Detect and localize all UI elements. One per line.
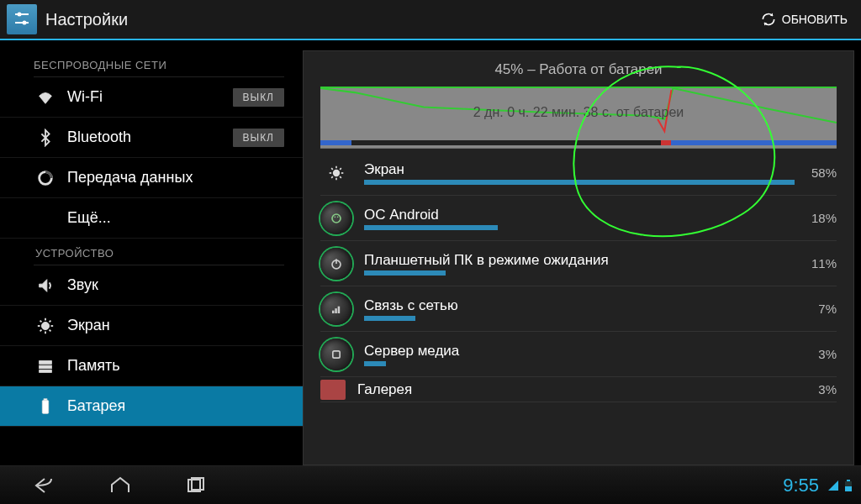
storage-icon — [34, 354, 57, 378]
usage-item-screen[interactable]: Экран 58% — [320, 150, 837, 196]
usage-bar — [364, 361, 386, 366]
sidebar-item-bluetooth[interactable]: Bluetooth ВЫКЛ — [0, 118, 303, 158]
svg-rect-14 — [40, 360, 52, 364]
svg-rect-36 — [338, 306, 341, 312]
battery-icon — [34, 395, 57, 418]
section-wireless: БЕСПРОВОДНЫЕ СЕТИ — [0, 50, 303, 76]
sidebar-item-label: Память — [67, 357, 284, 375]
svg-point-29 — [332, 214, 341, 223]
svg-line-26 — [340, 176, 341, 178]
battery-graph-strip — [320, 140, 837, 145]
usage-name: Планшетный ПК в режиме ожидания — [364, 252, 795, 269]
svg-line-13 — [40, 329, 42, 331]
svg-line-12 — [50, 320, 51, 322]
battery-summary: 45% – Работа от батареи — [304, 51, 853, 87]
brightness-icon — [320, 157, 352, 189]
sidebar-item-wifi[interactable]: Wi-Fi ВЫКЛ — [0, 77, 303, 118]
usage-item-idle[interactable]: Планшетный ПК в режиме ожидания 11% — [320, 241, 837, 286]
svg-point-5 — [41, 322, 49, 329]
signal-status-icon — [827, 480, 839, 491]
svg-point-1 — [18, 13, 22, 17]
sidebar-item-label: Звук — [67, 276, 284, 294]
usage-name: Галерея — [357, 381, 795, 398]
svg-rect-41 — [845, 486, 852, 491]
sidebar-item-label: Wi-Fi — [67, 88, 233, 106]
sidebar-item-label: Экран — [67, 317, 284, 334]
battery-graph-time: 2 дн. 0 ч. 22 мин. 38 с. от батареи — [320, 105, 837, 120]
usage-pct: 58% — [806, 165, 837, 180]
status-icons[interactable] — [827, 480, 854, 491]
svg-line-27 — [340, 168, 341, 170]
signal-icon — [320, 293, 352, 325]
battery-usage-list: Экран 58% ОС Android 18% — [304, 150, 853, 402]
home-button[interactable] — [82, 466, 158, 504]
usage-item-android-os[interactable]: ОС Android 18% — [320, 196, 837, 241]
usage-name: Связь с сетью — [364, 297, 795, 314]
media-icon — [320, 339, 352, 370]
svg-rect-35 — [335, 308, 337, 313]
wifi-icon — [34, 86, 57, 109]
svg-point-31 — [337, 216, 339, 218]
svg-point-3 — [23, 21, 27, 25]
svg-rect-42 — [847, 480, 850, 481]
sidebar: БЕСПРОВОДНЫЕ СЕТИ Wi-Fi ВЫКЛ Bluetooth В… — [0, 40, 303, 465]
sidebar-item-label: Bluetooth — [67, 129, 233, 146]
usage-item-media-server[interactable]: Сервер медиа 3% — [320, 332, 837, 377]
refresh-label: ОБНОВИТЬ — [782, 13, 848, 26]
usage-bar — [364, 270, 446, 276]
usage-name: Сервер медиа — [364, 343, 795, 360]
blank-icon — [34, 207, 57, 230]
recents-button[interactable] — [158, 466, 234, 504]
action-bar: Настройки ОБНОВИТЬ — [0, 0, 861, 40]
usage-item-gallery[interactable]: Галерея 3% — [320, 377, 837, 402]
sidebar-item-display[interactable]: Экран — [0, 306, 303, 346]
wifi-toggle[interactable]: ВЫКЛ — [233, 88, 285, 107]
usage-pct: 11% — [806, 256, 837, 270]
svg-point-30 — [335, 216, 336, 218]
svg-line-25 — [331, 168, 333, 170]
sidebar-item-label: Передача данных — [67, 169, 284, 186]
usage-bar — [364, 180, 795, 185]
usage-pct: 7% — [806, 302, 837, 316]
bluetooth-toggle[interactable]: ВЫКЛ — [233, 129, 285, 147]
usage-name: ОС Android — [364, 207, 795, 223]
sliders-icon — [12, 9, 32, 29]
svg-rect-15 — [40, 365, 52, 369]
battery-status-icon — [843, 480, 854, 491]
svg-rect-34 — [332, 310, 335, 312]
usage-item-cell[interactable]: Связь с сетью 7% — [320, 286, 837, 332]
usage-pct: 3% — [806, 382, 837, 396]
power-icon — [320, 248, 352, 280]
svg-line-11 — [50, 329, 51, 331]
sidebar-item-label: Ещё... — [67, 209, 284, 227]
data-usage-icon — [34, 166, 57, 190]
svg-point-20 — [333, 169, 340, 176]
svg-line-28 — [331, 176, 333, 178]
refresh-icon — [760, 11, 777, 28]
sidebar-item-battery[interactable]: Батарея — [0, 386, 303, 427]
usage-bar — [364, 316, 415, 321]
usage-pct: 18% — [806, 211, 837, 225]
sidebar-item-sound[interactable]: Звук — [0, 265, 303, 306]
battery-graph[interactable]: 2 дн. 0 ч. 22 мин. 38 с. от батареи — [320, 87, 837, 145]
brightness-icon — [34, 314, 57, 338]
main-pane: 45% – Работа от батареи 2 дн. 0 ч. 22 ми… — [303, 50, 854, 465]
statusbar-clock[interactable]: 9:55 — [783, 475, 819, 496]
sidebar-item-storage[interactable]: Память — [0, 346, 303, 386]
svg-rect-18 — [44, 398, 47, 400]
back-button[interactable] — [7, 466, 82, 504]
sound-icon — [34, 274, 57, 297]
sidebar-item-more[interactable]: Ещё... — [0, 198, 303, 239]
sidebar-item-data-usage[interactable]: Передача данных — [0, 158, 303, 198]
page-title: Настройки — [45, 10, 753, 29]
bluetooth-icon — [34, 126, 57, 150]
sidebar-item-label: Батарея — [67, 397, 284, 415]
svg-rect-17 — [42, 400, 48, 413]
settings-app-icon — [7, 4, 37, 34]
section-device: УСТРОЙСТВО — [0, 239, 303, 265]
usage-name: Экран — [364, 161, 795, 178]
refresh-button[interactable]: ОБНОВИТЬ — [753, 11, 854, 28]
android-icon — [320, 202, 352, 234]
svg-rect-37 — [333, 350, 340, 357]
system-nav-bar: 9:55 — [0, 465, 861, 504]
